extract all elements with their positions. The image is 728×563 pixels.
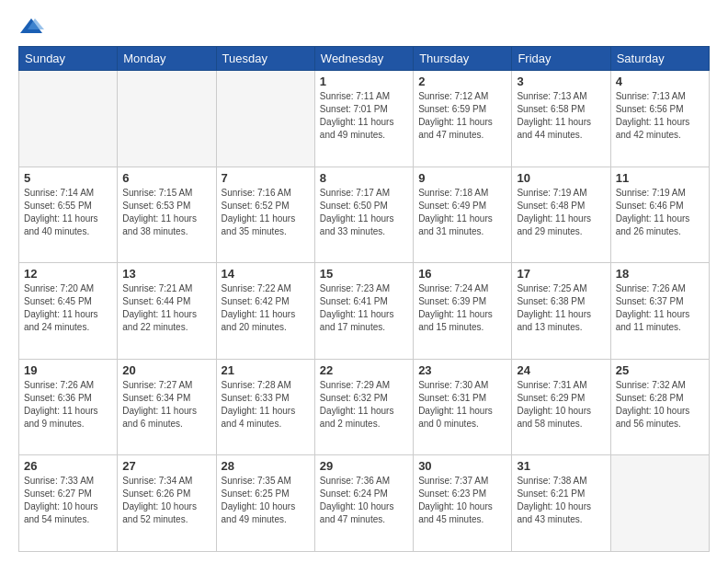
col-header-tuesday: Tuesday (216, 47, 314, 71)
calendar-week-2: 5Sunrise: 7:14 AM Sunset: 6:55 PM Daylig… (19, 167, 710, 263)
cell-info: Sunrise: 7:15 AM Sunset: 6:53 PM Dayligh… (122, 187, 210, 238)
calendar-cell: 9Sunrise: 7:18 AM Sunset: 6:49 PM Daylig… (414, 167, 512, 263)
day-number: 6 (122, 171, 210, 185)
calendar-cell: 14Sunrise: 7:22 AM Sunset: 6:42 PM Dayli… (216, 263, 314, 360)
calendar-cell: 13Sunrise: 7:21 AM Sunset: 6:44 PM Dayli… (118, 263, 216, 360)
cell-info: Sunrise: 7:30 AM Sunset: 6:31 PM Dayligh… (418, 379, 506, 431)
calendar-cell (216, 71, 314, 167)
calendar-cell: 17Sunrise: 7:25 AM Sunset: 6:38 PM Dayli… (512, 263, 610, 360)
calendar-cell: 6Sunrise: 7:15 AM Sunset: 6:53 PM Daylig… (118, 167, 216, 263)
calendar-week-3: 12Sunrise: 7:20 AM Sunset: 6:45 PM Dayli… (19, 263, 710, 360)
calendar-cell: 10Sunrise: 7:19 AM Sunset: 6:48 PM Dayli… (512, 167, 610, 263)
calendar-cell: 25Sunrise: 7:32 AM Sunset: 6:28 PM Dayli… (610, 359, 709, 455)
calendar-cell: 12Sunrise: 7:20 AM Sunset: 6:45 PM Dayli… (19, 263, 118, 360)
day-number: 22 (320, 363, 408, 377)
calendar-cell: 27Sunrise: 7:34 AM Sunset: 6:26 PM Dayli… (118, 455, 216, 552)
day-number: 3 (517, 75, 605, 88)
day-number: 11 (616, 171, 704, 185)
cell-info: Sunrise: 7:16 AM Sunset: 6:52 PM Dayligh… (222, 187, 310, 238)
calendar-cell: 26Sunrise: 7:33 AM Sunset: 6:27 PM Dayli… (19, 455, 118, 552)
calendar-cell: 2Sunrise: 7:12 AM Sunset: 6:59 PM Daylig… (414, 71, 512, 167)
col-header-sunday: Sunday (19, 47, 118, 71)
cell-info: Sunrise: 7:25 AM Sunset: 6:38 PM Dayligh… (517, 282, 605, 334)
calendar-week-1: 1Sunrise: 7:11 AM Sunset: 7:01 PM Daylig… (19, 71, 710, 167)
day-number: 15 (320, 267, 408, 281)
day-number: 19 (24, 363, 112, 377)
day-number: 2 (418, 75, 506, 88)
day-number: 31 (517, 459, 605, 473)
calendar-cell: 18Sunrise: 7:26 AM Sunset: 6:37 PM Dayli… (610, 263, 709, 360)
logo-icon (18, 15, 44, 40)
cell-info: Sunrise: 7:24 AM Sunset: 6:39 PM Dayligh… (418, 282, 506, 334)
day-number: 8 (320, 171, 408, 185)
day-number: 5 (24, 171, 112, 185)
cell-info: Sunrise: 7:38 AM Sunset: 6:21 PM Dayligh… (517, 475, 605, 526)
day-number: 18 (616, 267, 704, 281)
cell-info: Sunrise: 7:37 AM Sunset: 6:23 PM Dayligh… (418, 475, 506, 526)
cell-info: Sunrise: 7:26 AM Sunset: 6:37 PM Dayligh… (616, 282, 704, 334)
cell-info: Sunrise: 7:23 AM Sunset: 6:41 PM Dayligh… (320, 282, 408, 334)
cell-info: Sunrise: 7:31 AM Sunset: 6:29 PM Dayligh… (517, 379, 605, 431)
calendar-cell: 15Sunrise: 7:23 AM Sunset: 6:41 PM Dayli… (314, 263, 413, 360)
logo (18, 15, 46, 40)
col-header-wednesday: Wednesday (314, 47, 413, 71)
day-number: 16 (418, 267, 506, 281)
calendar-cell: 7Sunrise: 7:16 AM Sunset: 6:52 PM Daylig… (216, 167, 314, 263)
calendar-cell: 30Sunrise: 7:37 AM Sunset: 6:23 PM Dayli… (414, 455, 512, 552)
calendar-cell: 29Sunrise: 7:36 AM Sunset: 6:24 PM Dayli… (314, 455, 413, 552)
cell-info: Sunrise: 7:33 AM Sunset: 6:27 PM Dayligh… (24, 475, 112, 526)
cell-info: Sunrise: 7:32 AM Sunset: 6:28 PM Dayligh… (616, 379, 704, 431)
calendar-cell: 8Sunrise: 7:17 AM Sunset: 6:50 PM Daylig… (314, 167, 413, 263)
cell-info: Sunrise: 7:34 AM Sunset: 6:26 PM Dayligh… (122, 475, 210, 526)
cell-info: Sunrise: 7:36 AM Sunset: 6:24 PM Dayligh… (320, 475, 408, 526)
cell-info: Sunrise: 7:22 AM Sunset: 6:42 PM Dayligh… (222, 282, 310, 334)
day-number: 4 (616, 75, 704, 88)
cell-info: Sunrise: 7:19 AM Sunset: 6:48 PM Dayligh… (517, 187, 605, 238)
day-number: 21 (222, 363, 310, 377)
cell-info: Sunrise: 7:17 AM Sunset: 6:50 PM Dayligh… (320, 187, 408, 238)
calendar-cell (118, 71, 216, 167)
cell-info: Sunrise: 7:26 AM Sunset: 6:36 PM Dayligh… (24, 379, 112, 431)
calendar-cell: 19Sunrise: 7:26 AM Sunset: 6:36 PM Dayli… (19, 359, 118, 455)
day-number: 30 (418, 459, 506, 473)
cell-info: Sunrise: 7:14 AM Sunset: 6:55 PM Dayligh… (24, 187, 112, 238)
day-number: 7 (222, 171, 310, 185)
day-number: 10 (517, 171, 605, 185)
day-number: 17 (517, 267, 605, 281)
calendar-week-5: 26Sunrise: 7:33 AM Sunset: 6:27 PM Dayli… (19, 455, 710, 552)
calendar-cell: 5Sunrise: 7:14 AM Sunset: 6:55 PM Daylig… (19, 167, 118, 263)
day-number: 1 (320, 75, 408, 88)
calendar-cell: 21Sunrise: 7:28 AM Sunset: 6:33 PM Dayli… (216, 359, 314, 455)
day-number: 26 (24, 459, 112, 473)
calendar-cell: 24Sunrise: 7:31 AM Sunset: 6:29 PM Dayli… (512, 359, 610, 455)
day-number: 14 (222, 267, 310, 281)
calendar-cell: 31Sunrise: 7:38 AM Sunset: 6:21 PM Dayli… (512, 455, 610, 552)
calendar-table: SundayMondayTuesdayWednesdayThursdayFrid… (18, 46, 710, 552)
calendar-header-row: SundayMondayTuesdayWednesdayThursdayFrid… (19, 47, 710, 71)
cell-info: Sunrise: 7:11 AM Sunset: 7:01 PM Dayligh… (320, 90, 408, 142)
cell-info: Sunrise: 7:19 AM Sunset: 6:46 PM Dayligh… (616, 187, 704, 238)
day-number: 12 (24, 267, 112, 281)
cell-info: Sunrise: 7:35 AM Sunset: 6:25 PM Dayligh… (222, 475, 310, 526)
calendar-cell (610, 455, 709, 552)
col-header-thursday: Thursday (414, 47, 512, 71)
calendar-cell: 1Sunrise: 7:11 AM Sunset: 7:01 PM Daylig… (314, 71, 413, 167)
header (18, 15, 710, 40)
cell-info: Sunrise: 7:28 AM Sunset: 6:33 PM Dayligh… (222, 379, 310, 431)
cell-info: Sunrise: 7:20 AM Sunset: 6:45 PM Dayligh… (24, 282, 112, 334)
day-number: 25 (616, 363, 704, 377)
day-number: 29 (320, 459, 408, 473)
day-number: 9 (418, 171, 506, 185)
calendar-cell: 22Sunrise: 7:29 AM Sunset: 6:32 PM Dayli… (314, 359, 413, 455)
calendar-cell: 16Sunrise: 7:24 AM Sunset: 6:39 PM Dayli… (414, 263, 512, 360)
page: SundayMondayTuesdayWednesdayThursdayFrid… (0, 0, 728, 563)
day-number: 28 (222, 459, 310, 473)
col-header-friday: Friday (512, 47, 610, 71)
calendar-cell: 28Sunrise: 7:35 AM Sunset: 6:25 PM Dayli… (216, 455, 314, 552)
day-number: 23 (418, 363, 506, 377)
day-number: 20 (122, 363, 210, 377)
cell-info: Sunrise: 7:18 AM Sunset: 6:49 PM Dayligh… (418, 187, 506, 238)
cell-info: Sunrise: 7:21 AM Sunset: 6:44 PM Dayligh… (122, 282, 210, 334)
col-header-saturday: Saturday (610, 47, 709, 71)
cell-info: Sunrise: 7:29 AM Sunset: 6:32 PM Dayligh… (320, 379, 408, 431)
